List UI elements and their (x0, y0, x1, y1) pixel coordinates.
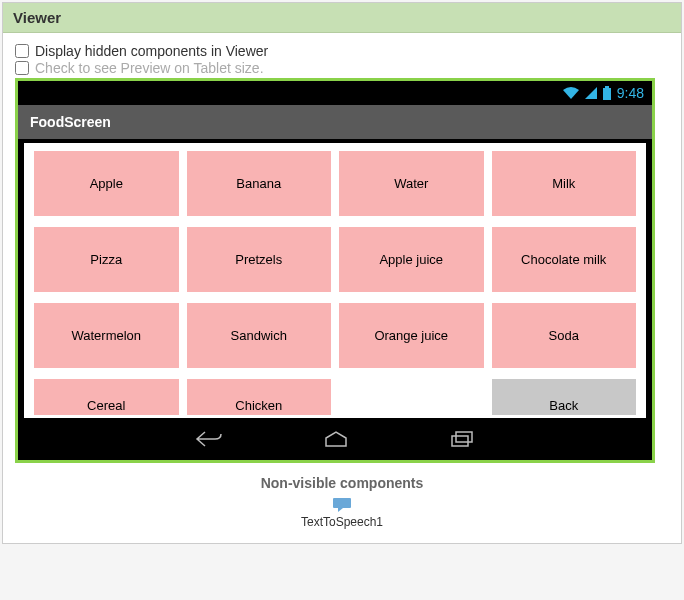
speech-bubble-icon (332, 497, 352, 513)
viewer-panel: Viewer Display hidden components in View… (2, 2, 682, 544)
food-grid: Apple Banana Water Milk Pizza Pretzels A… (34, 151, 636, 418)
nonvisible-section: Non-visible components TextToSpeech1 (15, 475, 669, 529)
svg-rect-3 (456, 432, 472, 442)
display-hidden-checkbox[interactable] (15, 44, 29, 58)
display-hidden-label: Display hidden components in Viewer (35, 43, 268, 59)
status-bar: 9:48 (18, 81, 652, 105)
food-button-banana[interactable]: Banana (187, 151, 332, 216)
android-nav-bar (18, 422, 652, 460)
tablet-preview-checkbox[interactable] (15, 61, 29, 75)
nonvisible-item-tts[interactable]: TextToSpeech1 (301, 497, 383, 529)
device-frame: 9:48 FoodScreen Apple Banana Water Milk … (15, 78, 655, 463)
nav-home-icon[interactable] (323, 430, 349, 452)
status-time: 9:48 (617, 85, 644, 101)
app-bar: FoodScreen (18, 105, 652, 139)
nonvisible-item-label: TextToSpeech1 (301, 515, 383, 529)
svg-rect-2 (452, 436, 468, 446)
food-button-apple[interactable]: Apple (34, 151, 179, 216)
nav-recent-icon[interactable] (449, 430, 475, 452)
food-button-chicken[interactable]: Chicken (187, 379, 332, 415)
svg-rect-4 (333, 498, 351, 508)
svg-rect-1 (605, 86, 609, 88)
food-button-water[interactable]: Water (339, 151, 484, 216)
food-button-pretzels[interactable]: Pretzels (187, 227, 332, 292)
food-button-watermelon[interactable]: Watermelon (34, 303, 179, 368)
svg-rect-0 (603, 88, 611, 100)
food-button-cereal[interactable]: Cereal (34, 379, 179, 415)
app-title: FoodScreen (30, 114, 111, 130)
food-button-apple-juice[interactable]: Apple juice (339, 227, 484, 292)
food-button-pizza[interactable]: Pizza (34, 227, 179, 292)
wifi-icon (563, 87, 579, 99)
battery-icon (603, 86, 611, 100)
tablet-preview-row[interactable]: Check to see Preview on Tablet size. (15, 60, 669, 76)
nav-back-icon[interactable] (195, 430, 223, 452)
display-hidden-row[interactable]: Display hidden components in Viewer (15, 43, 669, 59)
food-button-sandwich[interactable]: Sandwich (187, 303, 332, 368)
grid-spacer (339, 379, 484, 415)
food-button-orange-juice[interactable]: Orange juice (339, 303, 484, 368)
signal-icon (585, 87, 597, 99)
panel-body: Display hidden components in Viewer Chec… (3, 33, 681, 543)
panel-title: Viewer (3, 3, 681, 33)
food-button-chocolate-milk[interactable]: Chocolate milk (492, 227, 637, 292)
food-button-soda[interactable]: Soda (492, 303, 637, 368)
tablet-preview-label: Check to see Preview on Tablet size. (35, 60, 264, 76)
food-button-milk[interactable]: Milk (492, 151, 637, 216)
app-content: Apple Banana Water Milk Pizza Pretzels A… (22, 141, 648, 420)
back-button[interactable]: Back (492, 379, 637, 415)
nonvisible-title: Non-visible components (15, 475, 669, 491)
